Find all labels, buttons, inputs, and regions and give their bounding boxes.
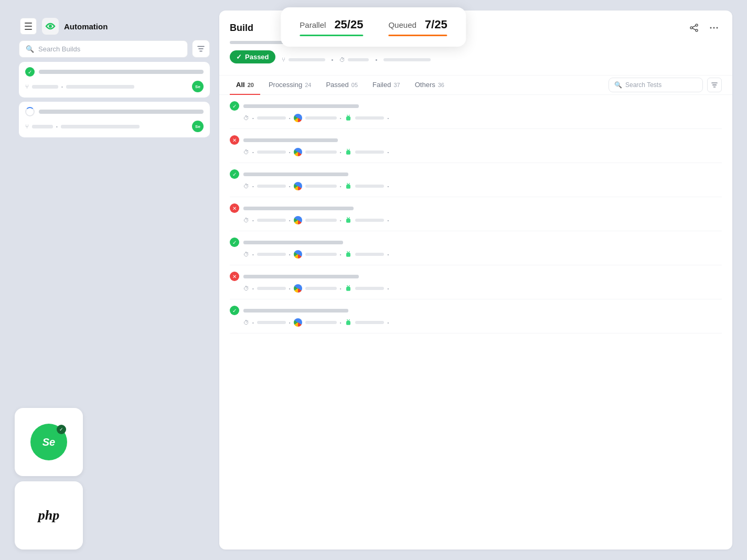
search-tests-input[interactable]: 🔍 Search Tests: [609, 78, 703, 92]
meta-bar: [257, 321, 286, 324]
meta-bar: [355, 287, 384, 290]
dot-sep: •: [289, 320, 291, 325]
dot-sep: •: [340, 116, 342, 121]
tests-filter-button[interactable]: [707, 78, 722, 92]
app-title: Automation: [64, 22, 108, 31]
clock-icon: ⏱: [243, 217, 249, 223]
meta-bar: [355, 185, 384, 188]
meta-bar: [257, 219, 286, 222]
test-list-item[interactable]: ✓ ⏱ • • • •: [230, 163, 722, 197]
chrome-icon: [294, 250, 302, 259]
dot-sep: •: [252, 320, 254, 325]
tab-processing[interactable]: Processing 24: [262, 76, 318, 95]
clock-icon: ⏱: [243, 115, 249, 121]
clock-icon: ⏱: [243, 183, 249, 189]
meta-bar: [257, 185, 286, 188]
chrome-icon: [294, 318, 302, 327]
tab-passed-label: Passed: [326, 81, 348, 89]
test-list-item[interactable]: ✓ ⏱ • • • •: [230, 299, 722, 333]
svg-point-3: [690, 27, 692, 29]
tab-all[interactable]: All 20: [230, 76, 260, 95]
meta-bar: [355, 116, 384, 120]
parallel-stat: Parallel 25/25: [300, 18, 363, 36]
dot-sep: •: [387, 184, 389, 189]
svg-point-1: [49, 25, 52, 28]
dot-sep: •: [387, 218, 389, 223]
hamburger-button[interactable]: [20, 18, 37, 35]
more-options-button[interactable]: [706, 20, 722, 36]
dot-sep: •: [252, 286, 254, 291]
header-actions: [686, 20, 722, 36]
meta-bar: [305, 116, 337, 120]
queued-value: 7/25: [425, 18, 447, 31]
meta-bar: [355, 219, 384, 222]
selenium-check: ✓: [57, 425, 66, 434]
tab-others[interactable]: Others 36: [409, 76, 451, 95]
share-button[interactable]: [686, 20, 702, 36]
search-builds-container: 🔍 Search Builds: [15, 40, 214, 62]
build-list-item[interactable]: ⑂ • Se: [19, 102, 210, 137]
dot-sep: •: [340, 218, 342, 223]
parallel-bar: [300, 35, 363, 36]
hamburger-line-1: [25, 23, 32, 24]
app-logo: [42, 18, 59, 35]
branch-icon: ⑂: [25, 123, 29, 130]
build-title: Build: [230, 23, 253, 34]
search-builds-input[interactable]: 🔍 Search Builds: [19, 40, 188, 58]
svg-point-2: [696, 24, 698, 26]
test-list-item[interactable]: ✕ ⏱ • • • •: [230, 197, 722, 231]
build-list-item[interactable]: ✓ ⑂ • Se: [19, 62, 210, 98]
dot-sep: •: [340, 320, 342, 325]
selenium-badge: Se: [192, 121, 204, 132]
meta-bar: [257, 116, 286, 120]
top-bar: Automation: [15, 10, 214, 40]
passed-label: Passed: [245, 53, 269, 61]
dot-sep: •: [340, 252, 342, 257]
android-icon: [344, 182, 352, 190]
filter-button[interactable]: [192, 40, 210, 58]
main-content: Build: [219, 10, 732, 550]
test-list-item[interactable]: ✕ ⏱ • • • •: [230, 129, 722, 163]
search-icon: 🔍: [26, 45, 34, 53]
dot-sep: •: [289, 218, 291, 223]
hamburger-line-2: [25, 26, 32, 27]
tabs-right: 🔍 Search Tests: [609, 78, 722, 92]
branch-bar: [289, 58, 325, 61]
parallel-queued-card: Parallel 25/25 Queued 7/25: [281, 7, 466, 47]
clock-icon-header: ⏱: [339, 57, 345, 63]
more-icon: [710, 27, 718, 29]
android-icon: [344, 114, 352, 122]
svg-point-6: [713, 27, 715, 29]
dot-sep: •: [387, 252, 389, 257]
test-name-bar: [243, 104, 359, 108]
passed-badge: ✓ Passed: [230, 50, 275, 63]
test-status-pass-icon: ✓: [230, 238, 239, 247]
queued-stat: Queued 7/25: [388, 18, 447, 36]
meta-bar: [257, 287, 286, 290]
svg-point-4: [696, 29, 698, 31]
meta-bar-2: [66, 85, 134, 89]
tab-others-label: Others: [415, 81, 435, 89]
tests-filter-icon: [711, 82, 718, 88]
dot-sep-3: •: [375, 57, 377, 63]
dot-sep: •: [340, 286, 342, 291]
dot-sep: •: [56, 124, 58, 129]
test-list-item[interactable]: ✓ ⏱ • • • •: [230, 231, 722, 265]
test-list-item[interactable]: ✕ ⏱ • • • •: [230, 265, 722, 299]
dot-sep: •: [252, 252, 254, 257]
android-icon: [344, 217, 352, 224]
test-list-item[interactable]: ✓ ⏱ • • • •: [230, 95, 722, 129]
build-title-bar: [39, 70, 204, 74]
clock-icon: ⏱: [243, 149, 249, 155]
tab-failed-count: 37: [393, 82, 400, 88]
parallel-value: 25/25: [334, 18, 363, 31]
tab-passed[interactable]: Passed 05: [319, 76, 364, 95]
test-status-pass-icon: ✓: [230, 169, 239, 179]
clock-icon: ⏱: [243, 251, 249, 257]
hamburger-line-3: [25, 29, 32, 30]
tab-failed[interactable]: Failed 37: [366, 76, 407, 95]
selenium-badge: Se: [192, 81, 204, 92]
dot-sep: •: [289, 252, 291, 257]
meta-bar: [257, 253, 286, 256]
tab-all-count: 20: [248, 82, 254, 88]
